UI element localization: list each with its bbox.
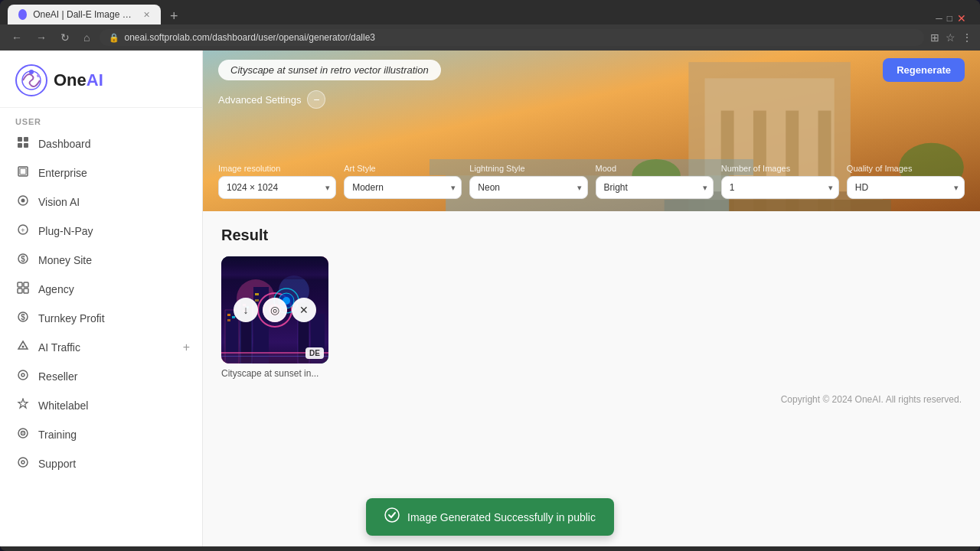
mood-group: Mood Bright Dark Moody bbox=[596, 164, 714, 199]
sidebar-item-label: Agency bbox=[38, 283, 74, 295]
new-tab-btn[interactable]: + bbox=[164, 8, 185, 24]
result-caption: Cityscape at sunset in... bbox=[221, 368, 328, 379]
turnkey-icon: $ bbox=[15, 311, 31, 326]
svg-rect-18 bbox=[18, 289, 22, 293]
sidebar-item-label: Training bbox=[38, 429, 77, 441]
sidebar-item-training[interactable]: Training bbox=[0, 420, 202, 449]
svg-point-29 bbox=[22, 432, 24, 434]
maximize-btn[interactable]: □ bbox=[947, 13, 952, 24]
back-btn[interactable]: ← bbox=[8, 30, 26, 45]
sidebar: OneAI USER Dashboard Enterprise bbox=[0, 51, 203, 546]
sidebar-item-enterprise[interactable]: Enterprise bbox=[0, 158, 202, 187]
tab-close-btn[interactable]: ✕ bbox=[143, 10, 150, 20]
sidebar-logo: OneAI bbox=[0, 51, 202, 108]
quality-group: Quality of Images HD Standard bbox=[847, 164, 965, 199]
minimize-btn[interactable]: ─ bbox=[936, 13, 942, 24]
svg-point-3 bbox=[37, 74, 40, 77]
training-icon bbox=[15, 427, 31, 442]
resolution-select[interactable]: 1024 × 1024 512 × 512 256 × 256 bbox=[218, 176, 336, 199]
quality-label: Quality of Images bbox=[847, 164, 965, 173]
browser-tab[interactable]: OneAI | Dall-E Image Generator ✕ bbox=[8, 5, 161, 24]
svg-point-23 bbox=[22, 346, 24, 348]
bookmark-icon[interactable]: ☆ bbox=[946, 31, 956, 44]
result-grid: ↓ ◎ ✕ DE Cityscape at sunset in... bbox=[221, 256, 962, 379]
regenerate-btn[interactable]: Regenerate bbox=[883, 58, 965, 82]
vision-icon bbox=[15, 194, 31, 210]
enterprise-icon bbox=[15, 165, 31, 181]
svg-point-74 bbox=[385, 508, 399, 522]
numimages-label: Number of Images bbox=[721, 164, 839, 173]
lightning-label: Lightning Style bbox=[469, 164, 587, 173]
home-btn[interactable]: ⌂ bbox=[80, 30, 93, 45]
lightning-select-wrapper: Neon Natural Dramatic bbox=[469, 176, 587, 199]
sidebar-item-agency[interactable]: Agency bbox=[0, 275, 202, 304]
svg-rect-7 bbox=[24, 143, 28, 148]
result-image[interactable]: ↓ ◎ ✕ DE bbox=[221, 256, 328, 364]
sidebar-item-label: Support bbox=[38, 458, 76, 470]
browser-address-row: ← → ↻ ⌂ 🔒 oneai.softprolab.com/dashboard… bbox=[0, 24, 980, 51]
svg-rect-6 bbox=[18, 143, 22, 148]
sidebar-item-moneysite[interactable]: $ Money Site bbox=[0, 246, 202, 275]
settings-dropdowns: Image resolution 1024 × 1024 512 × 512 2… bbox=[203, 164, 980, 211]
success-icon bbox=[384, 507, 400, 527]
sidebar-item-plugnpay[interactable]: + Plug-N-Pay bbox=[0, 217, 202, 246]
address-bar[interactable]: 🔒 oneai.softprolab.com/dashboard/user/op… bbox=[100, 29, 924, 46]
logo-icon bbox=[15, 64, 47, 96]
mood-select[interactable]: Bright Dark Moody bbox=[596, 176, 714, 199]
content-area: Result bbox=[203, 211, 980, 394]
numimages-group: Number of Images 1 2 4 bbox=[721, 164, 839, 199]
svg-rect-16 bbox=[18, 282, 22, 287]
menu-icon[interactable]: ⋮ bbox=[962, 31, 972, 44]
sidebar-item-vision[interactable]: Vision AI bbox=[0, 187, 202, 217]
forward-btn[interactable]: → bbox=[32, 30, 51, 45]
numimages-select[interactable]: 1 2 4 bbox=[721, 176, 839, 199]
quality-select[interactable]: HD Standard bbox=[847, 176, 965, 199]
download-btn[interactable]: ↓ bbox=[234, 298, 258, 322]
sidebar-item-reseller[interactable]: Reseller bbox=[0, 362, 202, 391]
svg-rect-4 bbox=[18, 137, 22, 142]
result-item: ↓ ◎ ✕ DE Cityscape at sunset in... bbox=[221, 256, 328, 379]
header-top-bar: Cityscape at sunset in retro vector illu… bbox=[203, 58, 980, 82]
svg-point-11 bbox=[21, 199, 25, 203]
extensions-icon[interactable]: ⊞ bbox=[930, 31, 939, 44]
delete-btn[interactable]: ✕ bbox=[292, 298, 316, 322]
result-title: Result bbox=[221, 227, 962, 244]
sidebar-item-support[interactable]: Support bbox=[0, 449, 202, 478]
support-icon bbox=[15, 456, 31, 471]
svg-rect-19 bbox=[24, 289, 28, 293]
traffic-icon bbox=[15, 340, 31, 355]
artstyle-select-wrapper: Modern Classic Abstract bbox=[344, 176, 462, 199]
sidebar-item-label: Turnkey Profit bbox=[38, 312, 105, 324]
sidebar-item-label: Money Site bbox=[38, 254, 92, 266]
lightning-select[interactable]: Neon Natural Dramatic bbox=[469, 176, 587, 199]
plugnpay-icon: + bbox=[15, 223, 31, 239]
svg-marker-26 bbox=[18, 399, 28, 408]
svg-text:$: $ bbox=[21, 255, 25, 263]
main-content: Cityscape at sunset in retro vector illu… bbox=[203, 51, 980, 546]
sidebar-item-traffic[interactable]: AI Traffic + bbox=[0, 333, 202, 362]
advanced-settings-label: Advanced Settings bbox=[218, 94, 301, 106]
sidebar-item-turnkey[interactable]: $ Turnkey Profit bbox=[0, 304, 202, 333]
svg-rect-17 bbox=[24, 282, 28, 287]
refresh-btn[interactable]: ↻ bbox=[57, 30, 74, 45]
browser-tab-row: OneAI | Dall-E Image Generator ✕ + ─ □ ✕ bbox=[0, 0, 980, 24]
tab-title: OneAI | Dall-E Image Generator bbox=[33, 9, 137, 20]
dashboard-icon bbox=[15, 136, 31, 152]
copyright: Copyright © 2024 OneAI. All rights reser… bbox=[203, 394, 980, 417]
resolution-select-wrapper: 1024 × 1024 512 × 512 256 × 256 bbox=[218, 176, 336, 199]
sidebar-item-dashboard[interactable]: Dashboard bbox=[0, 129, 202, 158]
sidebar-item-whitelabel[interactable]: Whitelabel bbox=[0, 391, 202, 420]
artstyle-select[interactable]: Modern Classic Abstract bbox=[344, 176, 462, 199]
sidebar-item-label: Dashboard bbox=[38, 138, 91, 150]
browser-content: OneAI USER Dashboard Enterprise bbox=[0, 51, 980, 551]
whitelabel-icon bbox=[15, 398, 31, 413]
traffic-add-icon[interactable]: + bbox=[183, 341, 190, 354]
close-window-btn[interactable]: ✕ bbox=[957, 12, 966, 24]
advanced-settings-collapse-btn[interactable]: − bbox=[307, 90, 325, 109]
moneysite-icon: $ bbox=[15, 253, 31, 268]
logo-ai: AI bbox=[87, 70, 103, 90]
mood-label: Mood bbox=[596, 164, 714, 173]
success-banner: Image Generated Successfully in public bbox=[366, 498, 614, 536]
preview-btn[interactable]: ◎ bbox=[263, 298, 287, 322]
advanced-settings-bar: Advanced Settings − bbox=[203, 90, 980, 109]
